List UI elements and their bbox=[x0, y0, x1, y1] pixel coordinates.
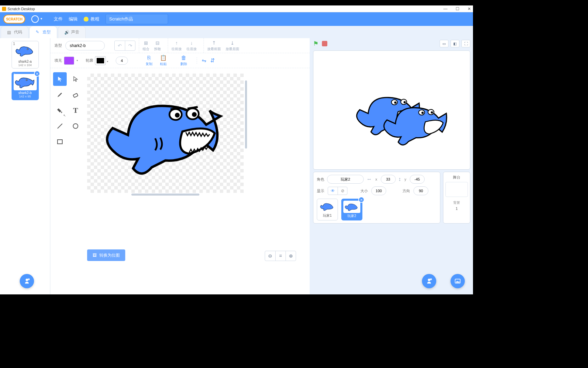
green-flag-button[interactable]: ⚑ bbox=[313, 40, 318, 47]
show-sprite-button[interactable]: 👁 bbox=[328, 187, 338, 195]
sprite-thumb[interactable]: ✕ 玩家2 bbox=[341, 199, 362, 220]
y-label: y bbox=[405, 177, 407, 181]
group-button[interactable]: ⊞组合 bbox=[143, 40, 149, 51]
fill-tool[interactable]: ↖ bbox=[53, 104, 67, 117]
paint-canvas[interactable] bbox=[87, 74, 244, 193]
hide-sprite-button[interactable]: ⊘ bbox=[338, 187, 347, 195]
stage-fullscreen-button[interactable]: ⛶ bbox=[461, 40, 470, 47]
tab-code[interactable]: ▤ 代码 bbox=[1, 26, 29, 38]
circle-tool[interactable] bbox=[69, 119, 82, 133]
sprite-info-panel: 角色 ↔ x ↕ y 显示 👁 ⊘ bbox=[313, 172, 440, 224]
show-label: 显示 bbox=[317, 188, 324, 194]
svg-point-20 bbox=[26, 279, 28, 281]
language-selector[interactable] bbox=[31, 15, 39, 23]
stage[interactable] bbox=[313, 50, 470, 170]
shark-drawing bbox=[87, 74, 244, 193]
delete-button[interactable]: 🗑删除 bbox=[180, 55, 187, 66]
window-title: Scratch Desktop bbox=[7, 7, 35, 11]
sprite-label: 角色 bbox=[317, 177, 324, 182]
delete-costume-icon[interactable]: ✕ bbox=[34, 71, 40, 77]
paste-button[interactable]: 📋粘贴 bbox=[160, 55, 167, 66]
reshape-tool[interactable] bbox=[69, 72, 82, 86]
costume-thumb[interactable]: 2 ✕ shark2-b 142 x 95 bbox=[12, 72, 39, 100]
add-backdrop-button[interactable] bbox=[451, 274, 465, 288]
sprite-size-input[interactable] bbox=[371, 186, 386, 195]
zoom-reset-button[interactable]: = bbox=[275, 251, 285, 261]
sprite-x-input[interactable] bbox=[381, 175, 396, 184]
convert-bitmap-button[interactable]: 🖼 转换为位图 bbox=[87, 249, 125, 261]
paint-editor: 造型 ↶ ↷ ⊞组合 ⊟拆散 ↑往前放 ↓往后放 ⤒放最前面 ⤓放最后面 bbox=[50, 38, 310, 294]
stage-small-button[interactable]: ▭ bbox=[440, 40, 448, 47]
lightbulb-icon bbox=[84, 17, 88, 21]
undo-button[interactable]: ↶ bbox=[115, 41, 125, 50]
costume-name-input[interactable] bbox=[65, 41, 105, 50]
svg-point-19 bbox=[431, 111, 433, 114]
brush-icon: ✎ bbox=[36, 30, 40, 34]
add-sprite-button[interactable] bbox=[422, 274, 436, 288]
text-tool[interactable]: T bbox=[69, 104, 82, 117]
app-icon bbox=[2, 7, 6, 11]
fill-label: 填充 bbox=[54, 58, 62, 63]
menu-tutorials[interactable]: 教程 bbox=[84, 16, 99, 22]
direction-label: 方向 bbox=[403, 188, 410, 194]
project-title-input[interactable] bbox=[105, 14, 168, 24]
select-tool[interactable] bbox=[53, 72, 67, 86]
brush-tool[interactable] bbox=[53, 88, 67, 102]
menu-file[interactable]: 文件 bbox=[54, 16, 63, 22]
svg-point-22 bbox=[428, 279, 430, 281]
outline-color-picker[interactable]: ▾ bbox=[95, 57, 105, 65]
ungroup-button[interactable]: ⊟拆散 bbox=[154, 40, 161, 51]
fill-color-picker[interactable]: ▾ bbox=[64, 57, 74, 65]
svg-line-5 bbox=[58, 124, 62, 128]
zoom-in-button[interactable]: ⊕ bbox=[285, 251, 296, 261]
scratch-logo: SCRATCH bbox=[3, 15, 25, 24]
back-button[interactable]: ⤓放最后面 bbox=[226, 40, 239, 51]
stage-selector[interactable]: 舞台 背景 1 bbox=[443, 172, 470, 224]
line-tool[interactable] bbox=[53, 119, 67, 133]
svg-point-6 bbox=[73, 124, 78, 128]
eraser-tool[interactable] bbox=[69, 88, 82, 102]
add-costume-button[interactable] bbox=[20, 274, 34, 288]
svg-point-11 bbox=[192, 112, 197, 117]
sprite-name-input[interactable] bbox=[327, 175, 364, 184]
maximize-button[interactable]: ☐ bbox=[456, 6, 459, 11]
tab-sounds[interactable]: 🔊 声音 bbox=[58, 26, 86, 38]
canvas-scrollbar-horizontal[interactable] bbox=[131, 194, 199, 196]
svg-rect-4 bbox=[73, 93, 78, 97]
delete-sprite-icon[interactable]: ✕ bbox=[358, 197, 364, 203]
canvas-scrollbar-vertical[interactable] bbox=[245, 80, 247, 149]
stage-content bbox=[313, 51, 470, 170]
sprite-direction-input[interactable] bbox=[413, 186, 428, 195]
svg-point-9 bbox=[175, 113, 180, 118]
shark-icon bbox=[13, 43, 37, 59]
svg-point-3 bbox=[26, 80, 27, 80]
copy-button[interactable]: ⎘复制 bbox=[146, 55, 152, 66]
y-arrow-icon: ↕ bbox=[398, 176, 401, 182]
menubar: SCRATCH 文件 编辑 教程 bbox=[0, 12, 473, 26]
stage-thumbnail bbox=[445, 182, 468, 197]
stop-button[interactable] bbox=[322, 41, 327, 46]
menu-edit[interactable]: 编辑 bbox=[69, 16, 78, 22]
backward-button[interactable]: ↓往后放 bbox=[186, 40, 197, 51]
close-button[interactable]: ✕ bbox=[468, 6, 471, 11]
image-icon: 🖼 bbox=[93, 253, 97, 258]
tab-costumes[interactable]: ✎ 造型 bbox=[29, 26, 57, 38]
costume-thumb[interactable]: 1 shark2-a 142 x 104 bbox=[12, 41, 39, 68]
size-label: 大小 bbox=[360, 188, 368, 194]
sprite-y-input[interactable] bbox=[410, 175, 425, 184]
flip-horizontal-button[interactable]: ⇋ bbox=[202, 57, 206, 64]
forward-button[interactable]: ↑往前放 bbox=[172, 40, 182, 51]
outline-width-input[interactable] bbox=[116, 57, 128, 65]
stage-large-button[interactable]: ◧ bbox=[451, 40, 459, 47]
flip-vertical-button[interactable]: ⇵ bbox=[210, 57, 215, 64]
sprite-thumb[interactable]: 玩家1 bbox=[317, 199, 338, 220]
x-label: x bbox=[375, 177, 377, 181]
sound-icon: 🔊 bbox=[64, 30, 69, 35]
rectangle-tool[interactable] bbox=[53, 135, 67, 149]
zoom-out-button[interactable]: ⊖ bbox=[265, 251, 275, 261]
minimize-button[interactable]: — bbox=[443, 6, 447, 11]
front-button[interactable]: ⤒放最前面 bbox=[207, 40, 221, 51]
shark-icon bbox=[14, 74, 37, 90]
costume-list: 1 shark2-a 142 x 104 2 ✕ shark2-b 142 x … bbox=[0, 38, 50, 294]
redo-button[interactable]: ↷ bbox=[125, 41, 135, 50]
